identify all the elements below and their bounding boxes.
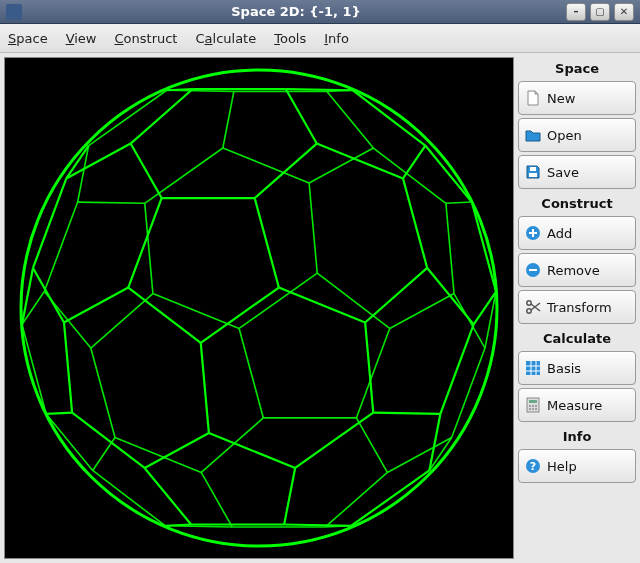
svg-line-77	[239, 328, 263, 417]
section-calculate-label: Calculate	[518, 327, 636, 348]
svg-text:?: ?	[530, 460, 536, 473]
menu-calculate[interactable]: Calculate	[195, 31, 256, 46]
section-construct-label: Construct	[518, 192, 636, 213]
new-button[interactable]: New	[518, 81, 636, 115]
calculator-icon	[525, 397, 541, 413]
svg-line-14	[131, 89, 193, 144]
svg-point-100	[529, 405, 531, 407]
svg-line-66	[64, 288, 128, 323]
svg-point-104	[532, 408, 534, 410]
svg-line-76	[390, 294, 454, 329]
svg-line-74	[145, 148, 223, 203]
svg-line-35	[284, 524, 351, 525]
svg-line-4	[209, 433, 295, 468]
remove-button[interactable]: Remove	[518, 253, 636, 287]
svg-line-67	[284, 468, 295, 525]
svg-line-52	[373, 413, 440, 414]
help-circle-icon: ?	[525, 458, 541, 474]
svg-rect-99	[529, 400, 537, 403]
svg-line-26	[22, 324, 46, 413]
svg-line-56	[446, 202, 472, 203]
section-space-label: Space	[518, 57, 636, 78]
remove-label: Remove	[547, 263, 600, 278]
app-icon	[6, 4, 22, 20]
svg-line-36	[351, 470, 429, 525]
measure-button[interactable]: Measure	[518, 388, 636, 422]
help-label: Help	[547, 459, 577, 474]
open-label: Open	[547, 128, 582, 143]
svg-line-61	[91, 348, 115, 437]
menu-info[interactable]: Info	[324, 31, 349, 46]
svg-line-1	[201, 343, 209, 433]
add-label: Add	[547, 226, 572, 241]
svg-line-44	[387, 438, 451, 473]
menu-tools[interactable]: Tools	[274, 31, 306, 46]
transform-label: Transform	[547, 300, 612, 315]
svg-point-105	[535, 408, 537, 410]
scissors-icon	[525, 299, 541, 315]
transform-button[interactable]: Transform	[518, 290, 636, 324]
svg-line-87	[365, 322, 373, 412]
svg-point-96	[527, 309, 531, 313]
minimize-button[interactable]: –	[566, 3, 586, 21]
file-new-icon	[525, 90, 541, 106]
minus-circle-icon	[525, 262, 541, 278]
svg-line-42	[89, 90, 167, 145]
svg-line-48	[365, 268, 427, 323]
svg-line-78	[153, 294, 239, 329]
menubar: Space View Construct Calculate Tools Inf…	[0, 24, 640, 53]
svg-point-101	[532, 405, 534, 407]
window-title: Space 2D: {-1, 1}	[28, 4, 564, 19]
save-button[interactable]: Save	[518, 155, 636, 189]
basis-button[interactable]: Basis	[518, 351, 636, 385]
save-label: Save	[547, 165, 579, 180]
svg-line-33	[131, 144, 162, 199]
svg-line-63	[255, 198, 279, 287]
svg-point-95	[527, 301, 531, 305]
canvas[interactable]	[4, 57, 514, 559]
basis-label: Basis	[547, 361, 581, 376]
content-area: Space New Open Save Construct	[0, 53, 640, 563]
menu-view[interactable]: View	[66, 31, 97, 46]
wireframe-sphere	[5, 58, 513, 558]
svg-line-31	[255, 144, 317, 199]
menu-space[interactable]: Space	[8, 31, 48, 46]
floppy-save-icon	[525, 164, 541, 180]
svg-line-54	[46, 413, 72, 414]
svg-line-58	[78, 202, 145, 203]
svg-line-18	[325, 472, 387, 527]
svg-line-73	[223, 92, 234, 149]
svg-line-23	[440, 324, 473, 413]
svg-line-3	[128, 288, 200, 343]
svg-point-103	[529, 408, 531, 410]
svg-line-88	[64, 322, 72, 412]
help-button[interactable]: ? Help	[518, 449, 636, 483]
maximize-button[interactable]: ▢	[590, 3, 610, 21]
svg-line-83	[403, 146, 425, 179]
svg-line-50	[33, 268, 64, 323]
open-button[interactable]: Open	[518, 118, 636, 152]
svg-line-47	[403, 178, 427, 267]
svg-line-34	[66, 144, 130, 179]
svg-line-9	[317, 273, 389, 328]
grid-icon	[525, 360, 541, 376]
svg-line-89	[446, 203, 454, 293]
add-button[interactable]: Add	[518, 216, 636, 250]
svg-line-45	[201, 418, 263, 473]
svg-rect-92	[529, 173, 537, 177]
app-window: Space 2D: {-1, 1} – ▢ ✕ Space View Const…	[0, 0, 640, 563]
svg-rect-97	[526, 361, 540, 375]
menu-construct[interactable]: Construct	[115, 31, 178, 46]
svg-line-86	[93, 438, 115, 471]
svg-line-27	[472, 202, 496, 291]
svg-line-68	[295, 413, 373, 468]
svg-line-12	[286, 89, 317, 144]
titlebar: Space 2D: {-1, 1} – ▢ ✕	[0, 0, 640, 24]
svg-rect-91	[530, 167, 536, 171]
svg-line-6	[309, 183, 317, 273]
side-panel: Space New Open Save Construct	[518, 57, 636, 559]
close-button[interactable]: ✕	[614, 3, 634, 21]
svg-line-20	[201, 472, 232, 527]
svg-line-41	[167, 90, 234, 91]
svg-line-90	[145, 203, 153, 293]
